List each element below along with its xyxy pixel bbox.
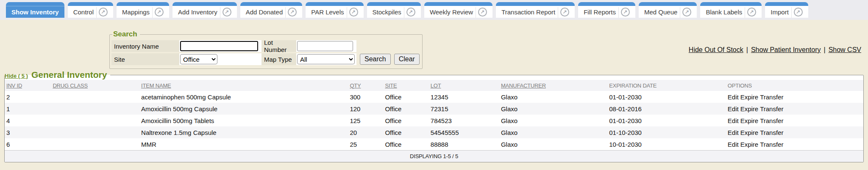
tab-weekly-review[interactable]: Weekly Review↗ (424, 2, 492, 18)
cell-inv-id: 3 (5, 126, 51, 138)
edit-link[interactable]: Edit (728, 129, 739, 136)
tab-import[interactable]: Import↗ (765, 2, 808, 18)
tab-label: Fill Reports (584, 8, 616, 16)
tab-add-inventory[interactable]: Add Inventory↗ (172, 2, 237, 18)
col-header-qty[interactable]: QTY (348, 80, 383, 91)
tab-par-levels[interactable]: PAR Levels↗ (306, 2, 363, 18)
external-link-icon[interactable]: ↗ (478, 8, 487, 16)
cell-inv-id: 4 (5, 115, 51, 126)
external-link-icon[interactable]: ↗ (682, 8, 691, 16)
tab-cap (765, 2, 808, 6)
transfer-link[interactable]: Transfer (760, 141, 783, 148)
site-select[interactable]: Office (180, 54, 217, 64)
tab-stockpiles[interactable]: Stockpiles↗ (367, 2, 421, 18)
clear-button[interactable]: Clear (394, 54, 420, 65)
expire-link[interactable]: Expire (740, 93, 759, 101)
table-row: 2 acetaminophen 500mg Capsule 300 Office… (5, 91, 863, 103)
col-header-site[interactable]: SITE (383, 80, 428, 91)
general-inventory-legend: Hide ( 5 ) General Inventory (5, 70, 110, 80)
cell-item-name: Amoxicillin 500mg Capsule (139, 103, 348, 115)
tab-blank-labels[interactable]: Blank Labels↗ (700, 2, 762, 18)
transfer-link[interactable]: Transfer (760, 105, 783, 112)
cell-manufacturer: Glaxo (499, 126, 607, 138)
edit-link[interactable]: Edit (728, 141, 739, 148)
cell-inv-id: 2 (5, 91, 51, 103)
col-header-options: OPTIONS (726, 80, 863, 91)
site-label: Site (111, 53, 179, 65)
tab-med-queue[interactable]: Med Queue↗ (639, 2, 697, 18)
col-header-lot[interactable]: LOT (429, 80, 499, 91)
external-link-icon[interactable]: ↗ (223, 8, 231, 16)
link-separator: | (823, 46, 825, 54)
col-header-item-name[interactable]: ITEM NAME (139, 80, 348, 91)
external-link-icon[interactable]: ↗ (621, 8, 630, 16)
hide-count-link[interactable]: Hide ( 5 ) (5, 73, 28, 79)
tab-cap (367, 2, 421, 6)
edit-link[interactable]: Edit (728, 93, 739, 101)
tab-control[interactable]: Control↗ (68, 2, 113, 18)
expire-link[interactable]: Expire (740, 129, 759, 136)
lot-number-label: Lot Number (262, 40, 296, 52)
map-type-select[interactable]: All (297, 54, 355, 64)
table-row: 4 Amoxicillin 500mg Tablets 125 Office 7… (5, 115, 863, 126)
tab-label: Mappings (122, 8, 150, 16)
tab-mappings[interactable]: Mappings↗ (117, 2, 169, 18)
expire-link[interactable]: Expire (740, 105, 759, 112)
search-button[interactable]: Search (360, 54, 391, 65)
external-link-icon[interactable]: ↗ (560, 8, 569, 16)
cell-manufacturer: Glaxo (499, 91, 607, 103)
tab-show-inventory[interactable]: Show Inventory (6, 2, 64, 18)
tab-cap (424, 2, 492, 6)
inventory-name-input[interactable] (180, 41, 258, 51)
general-inventory-title: General Inventory (31, 70, 107, 80)
transfer-link[interactable]: Transfer (760, 93, 783, 101)
hide-out-of-stock-link[interactable]: Hide Out Of Stock (689, 46, 743, 54)
external-link-icon[interactable]: ↗ (349, 8, 358, 16)
col-header-inv-id[interactable]: INV ID (5, 80, 51, 91)
tab-transaction-report[interactable]: Transaction Report↗ (496, 2, 575, 18)
expire-link[interactable]: Expire (740, 141, 759, 148)
cell-site: Office (383, 126, 428, 138)
edit-link[interactable]: Edit (728, 105, 739, 112)
external-link-icon[interactable]: ↗ (406, 8, 415, 16)
tab-cap (578, 2, 635, 6)
lot-number-input[interactable] (297, 41, 353, 51)
cell-inv-id: 6 (5, 138, 51, 151)
tab-cap (117, 2, 169, 6)
table-footer-row: DISPLAYING 1-5 / 5 (5, 151, 863, 162)
general-inventory-panel: Hide ( 5 ) General Inventory INV ID DRUG… (4, 70, 864, 162)
site-cell: Office (179, 53, 262, 65)
transfer-link[interactable]: Transfer (760, 117, 783, 124)
cell-drug-class (51, 103, 139, 115)
cell-item-name: Naltrexone 1.5mg Capsule (139, 126, 348, 138)
tab-cap (306, 2, 363, 6)
cell-site: Office (383, 103, 428, 115)
cell-item-name: acetaminophen 500mg Capsule (139, 91, 348, 103)
tab-label: Med Queue (644, 8, 677, 16)
cell-lot: 54545555 (429, 126, 499, 138)
col-header-drug-class[interactable]: DRUG CLASS (51, 80, 139, 91)
cell-options: EditExpireTransfer (726, 138, 863, 151)
tab-fill-reports[interactable]: Fill Reports↗ (578, 2, 635, 18)
lot-number-cell (296, 40, 356, 52)
tab-cap (172, 2, 237, 6)
cell-item-name: Amoxicillin 500mg Tablets (139, 115, 348, 126)
tab-add-donated[interactable]: Add Donated↗ (240, 2, 303, 18)
external-link-icon[interactable]: ↗ (288, 8, 297, 16)
cell-drug-class (51, 126, 139, 138)
show-patient-inventory-link[interactable]: Show Patient Inventory (751, 46, 821, 54)
col-header-expiration-date: EXPIRATION DATE (607, 80, 726, 91)
external-link-icon[interactable]: ↗ (747, 8, 756, 16)
col-header-manufacturer[interactable]: MANUFACTURER (499, 80, 607, 91)
transfer-link[interactable]: Transfer (760, 129, 783, 136)
expire-link[interactable]: Expire (740, 117, 759, 124)
show-csv-link[interactable]: Show CSV (829, 46, 861, 54)
cell-options: EditExpireTransfer (726, 91, 863, 103)
displaying-count: DISPLAYING 1-5 / 5 (5, 151, 863, 162)
edit-link[interactable]: Edit (728, 117, 739, 124)
external-link-icon[interactable]: ↗ (155, 8, 164, 16)
external-link-icon[interactable]: ↗ (794, 8, 803, 16)
external-link-icon[interactable]: ↗ (99, 8, 108, 16)
cell-manufacturer: Glaxo (499, 115, 607, 126)
cell-options: EditExpireTransfer (726, 126, 863, 138)
